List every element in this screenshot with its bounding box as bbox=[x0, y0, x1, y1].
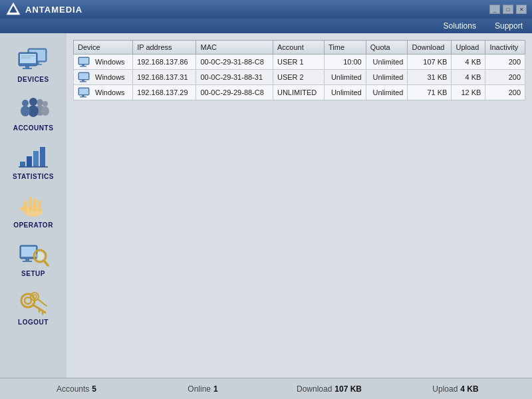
svg-rect-49 bbox=[80, 66, 86, 67]
col-quota: Quota bbox=[366, 41, 408, 55]
svg-point-16 bbox=[29, 98, 37, 106]
menubar-solutions[interactable]: Solutions bbox=[441, 20, 479, 32]
cell-time: Unlimited bbox=[325, 70, 366, 85]
cell-inactivity: 200 bbox=[485, 85, 525, 100]
svg-rect-55 bbox=[79, 88, 88, 94]
svg-rect-7 bbox=[20, 54, 36, 63]
minimize-button[interactable]: _ bbox=[489, 5, 500, 14]
titlebar: ANTAMEDIA _ □ ✕ bbox=[0, 0, 532, 19]
cell-device: Windows bbox=[74, 55, 133, 70]
cell-download: 107 KB bbox=[408, 55, 452, 70]
svg-rect-29 bbox=[38, 200, 41, 211]
status-download: Download 107 KB bbox=[266, 384, 392, 394]
menubar: Solutions Support bbox=[0, 19, 532, 33]
svg-rect-33 bbox=[25, 259, 29, 261]
svg-point-30 bbox=[20, 207, 25, 211]
sidebar-item-setup-label: SETUP bbox=[21, 270, 45, 277]
cell-upload: 4 KB bbox=[452, 70, 485, 85]
cell-account: UNLIMITED bbox=[273, 85, 324, 100]
cell-inactivity: 200 bbox=[485, 55, 525, 70]
window-controls[interactable]: _ □ ✕ bbox=[489, 5, 527, 14]
logout-icon bbox=[16, 287, 51, 317]
cell-device: Windows bbox=[74, 85, 133, 100]
cell-mac: 00-0C-29-29-88-C8 bbox=[196, 85, 273, 100]
accounts-value: 5 bbox=[92, 384, 96, 394]
sidebar-item-setup[interactable]: SETUP bbox=[3, 234, 63, 281]
svg-rect-11 bbox=[23, 68, 32, 69]
svg-line-45 bbox=[38, 299, 47, 306]
status-online: Online 1 bbox=[140, 384, 266, 394]
col-device: Device bbox=[74, 41, 133, 55]
svg-point-18 bbox=[22, 100, 29, 106]
sidebar-item-accounts[interactable]: ACCOUNTS bbox=[3, 88, 63, 136]
svg-rect-21 bbox=[27, 156, 32, 167]
cell-ip: 192.168.137.31 bbox=[133, 70, 196, 85]
table-row[interactable]: Windows 192.168.137.3100-0C-29-31-88-31U… bbox=[74, 70, 525, 85]
cell-quota: Unlimited bbox=[366, 55, 408, 70]
svg-point-36 bbox=[36, 252, 44, 260]
col-time: Time bbox=[325, 41, 366, 55]
svg-line-37 bbox=[44, 261, 48, 265]
svg-rect-22 bbox=[33, 151, 39, 167]
operator-icon bbox=[16, 190, 51, 220]
cell-time: Unlimited bbox=[325, 85, 366, 100]
status-accounts: Accounts 5 bbox=[13, 384, 140, 394]
col-inactivity: Inactivity bbox=[485, 41, 525, 55]
cell-inactivity: 200 bbox=[485, 70, 525, 85]
setup-icon bbox=[16, 238, 51, 269]
cell-download: 31 KB bbox=[408, 70, 452, 85]
sidebar-item-logout[interactable]: LOGOUT bbox=[3, 283, 63, 330]
svg-rect-48 bbox=[82, 65, 84, 66]
sidebar-item-devices-label: DEVICES bbox=[17, 76, 49, 83]
col-account: Account bbox=[273, 41, 324, 55]
svg-rect-47 bbox=[79, 58, 88, 64]
cell-upload: 12 KB bbox=[452, 85, 485, 100]
svg-rect-34 bbox=[23, 261, 32, 262]
col-mac: MAC bbox=[196, 41, 273, 55]
content-area: Device IP address MAC Account Time Quota… bbox=[66, 33, 532, 378]
svg-point-15 bbox=[41, 106, 49, 116]
statistics-icon bbox=[16, 141, 51, 172]
devices-icon bbox=[16, 44, 51, 74]
sidebar: DEVICES ACCOUN bbox=[0, 33, 66, 378]
sidebar-item-devices[interactable]: DEVICES bbox=[3, 40, 63, 87]
devices-table: Device IP address MAC Account Time Quota… bbox=[73, 40, 525, 100]
svg-rect-23 bbox=[40, 147, 45, 167]
antamedia-logo-icon bbox=[5, 1, 21, 17]
menubar-support[interactable]: Support bbox=[492, 20, 525, 32]
online-label: Online bbox=[188, 384, 211, 394]
svg-rect-57 bbox=[80, 96, 86, 98]
cell-ip: 192.168.137.86 bbox=[133, 55, 196, 70]
cell-upload: 4 KB bbox=[452, 55, 485, 70]
close-button[interactable]: ✕ bbox=[516, 5, 527, 14]
cell-account: USER 1 bbox=[273, 55, 324, 70]
sidebar-item-accounts-label: ACCOUNTS bbox=[13, 124, 54, 132]
download-label: Download bbox=[297, 384, 332, 394]
table-row[interactable]: Windows 192.168.137.8600-0C-29-31-88-C8U… bbox=[74, 55, 525, 70]
svg-rect-56 bbox=[82, 95, 84, 96]
svg-rect-26 bbox=[24, 201, 27, 213]
svg-rect-52 bbox=[82, 80, 84, 81]
upload-label: Upload bbox=[432, 384, 458, 394]
accounts-label: Accounts bbox=[57, 384, 89, 394]
sidebar-item-statistics[interactable]: STATISTICS bbox=[3, 137, 63, 184]
table-row[interactable]: Windows 192.168.137.2900-0C-29-29-88-C8U… bbox=[74, 85, 525, 100]
svg-rect-51 bbox=[79, 73, 88, 79]
svg-rect-28 bbox=[33, 198, 37, 211]
cell-download: 71 KB bbox=[408, 85, 452, 100]
cell-mac: 00-0C-29-31-88-C8 bbox=[196, 55, 273, 70]
sidebar-item-operator[interactable]: OPERATOR bbox=[3, 186, 63, 233]
maximize-button[interactable]: □ bbox=[503, 5, 513, 14]
download-value: 107 KB bbox=[334, 384, 362, 394]
svg-rect-10 bbox=[25, 66, 29, 68]
sidebar-item-statistics-label: STATISTICS bbox=[13, 173, 54, 180]
svg-rect-27 bbox=[29, 197, 32, 211]
col-upload: Upload bbox=[452, 41, 485, 55]
cell-time: 10:00 bbox=[325, 55, 366, 70]
cell-mac: 00-0C-29-31-88-31 bbox=[196, 70, 273, 85]
sidebar-item-logout-label: LOGOUT bbox=[18, 319, 49, 326]
svg-point-12 bbox=[37, 99, 43, 106]
cell-quota: Unlimited bbox=[366, 70, 408, 85]
app-logo: ANTAMEDIA bbox=[5, 1, 82, 17]
accounts-icon bbox=[16, 92, 51, 123]
